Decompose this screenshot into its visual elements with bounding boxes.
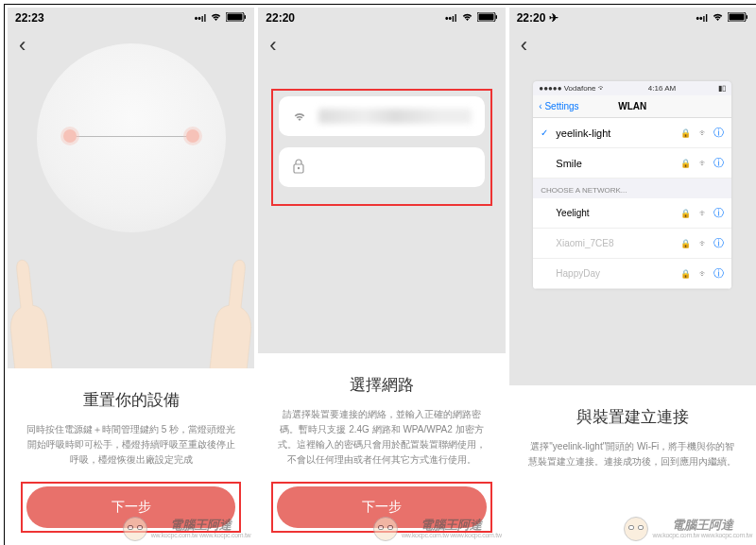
settings-back-link[interactable]: ‹ Settings bbox=[539, 101, 578, 111]
clock: 22:23 bbox=[15, 11, 44, 25]
svg-rect-4 bbox=[478, 14, 493, 21]
battery-icon bbox=[226, 12, 247, 24]
lock-icon: 🔒 bbox=[680, 159, 691, 168]
content-panel: 選擇網路 請選擇裝置要連接的網絡，並輸入正確的網路密碼。暫時只支援 2.4G 網… bbox=[258, 353, 505, 545]
page-description: 同時按住電源鍵＋時間管理鍵約 5 秒，當燈頭燈光開始呼吸時即可松手，檯燈持續呼吸… bbox=[26, 422, 235, 468]
svg-rect-2 bbox=[245, 15, 247, 19]
clock: 22:20 ✈︎ bbox=[517, 11, 558, 25]
nav-bar: ‹ bbox=[509, 28, 756, 62]
wlan-row[interactable]: HappyDay 🔒ᯤⓘ bbox=[533, 259, 731, 289]
page-description: 請選擇裝置要連接的網絡，並輸入正確的網路密碼。暫時只支援 2.4G 網路和 WP… bbox=[277, 407, 486, 468]
content-panel: 重置你的設備 同時按住電源鍵＋時間管理鍵約 5 秒，當燈頭燈光開始呼吸時即可松手… bbox=[8, 368, 254, 545]
signal-icon: ••ıl bbox=[445, 13, 457, 24]
signal-icon: ••ıl bbox=[195, 13, 207, 24]
annotation-highlight bbox=[21, 482, 241, 533]
status-icons: ••ıl bbox=[696, 12, 748, 24]
check-icon: ✓ bbox=[541, 128, 550, 138]
phone-screen-network: 22:20 ••ıl ‹ bbox=[258, 8, 505, 545]
page-title: 重置你的設備 bbox=[26, 389, 235, 411]
wlan-row-connected[interactable]: ✓ yeelink-light 🔒 ᯤ ⓘ bbox=[533, 118, 731, 148]
signal-icon: ••ıl bbox=[696, 13, 708, 24]
page-title: 與裝置建立連接 bbox=[528, 406, 737, 428]
hand-left-illustration bbox=[8, 252, 60, 380]
info-icon[interactable]: ⓘ bbox=[713, 156, 724, 170]
status-icons: ••ıl bbox=[445, 12, 498, 24]
wifi-icon bbox=[461, 12, 473, 24]
content-panel: 與裝置建立連接 選擇"yeelink-light"開頭的 Wi-Fi，將手機與你… bbox=[509, 385, 756, 545]
wifi-icon bbox=[210, 12, 222, 24]
svg-rect-1 bbox=[228, 14, 243, 21]
form-area bbox=[258, 62, 505, 353]
watermark: 電腦王阿達ww.kocpc.com.tw www.kocpc.com.tw bbox=[624, 517, 752, 541]
status-bar: 22:20 ••ıl bbox=[258, 8, 505, 28]
nav-bar: ‹ bbox=[258, 28, 505, 62]
illustration-area bbox=[8, 62, 254, 368]
back-icon[interactable]: ‹ bbox=[269, 33, 276, 58]
section-label: CHOOSE A NETWORK... bbox=[533, 179, 731, 198]
device-illustration bbox=[37, 43, 226, 232]
page-description: 選擇"yeelink-light"開頭的 Wi-Fi，將手機與你的智慧裝置建立連… bbox=[528, 439, 737, 469]
wlan-row[interactable]: Smile 🔒 ᯤ ⓘ bbox=[533, 148, 731, 179]
page-title: 選擇網路 bbox=[277, 374, 486, 396]
hand-right-illustration bbox=[202, 252, 255, 380]
wlan-preview-area: ●●●●● Vodafone ᯤ 4:16 AM ▮▯ ‹ Settings W… bbox=[509, 62, 756, 385]
annotation-highlight bbox=[271, 482, 491, 533]
wifi-icon: ᯤ bbox=[699, 159, 708, 168]
wlan-row[interactable]: Xiaomi_7CE8 🔒ᯤⓘ bbox=[533, 229, 731, 259]
svg-rect-5 bbox=[495, 15, 497, 19]
touch-indicator-left bbox=[63, 129, 77, 143]
wlan-row[interactable]: Yeelight 🔒ᯤⓘ bbox=[533, 198, 731, 229]
clock: 22:20 bbox=[266, 11, 295, 25]
status-bar: 22:23 ••ıl bbox=[8, 8, 254, 28]
annotation-highlight bbox=[271, 89, 491, 206]
wifi-icon: ᯤ bbox=[699, 128, 708, 138]
battery-icon bbox=[477, 12, 498, 24]
phone-screen-reset: 22:23 ••ıl ‹ bbox=[8, 8, 254, 545]
back-icon[interactable]: ‹ bbox=[521, 33, 527, 58]
status-icons: ••ıl bbox=[195, 12, 248, 24]
battery-icon bbox=[728, 12, 748, 24]
lock-icon: 🔒 bbox=[680, 128, 691, 138]
svg-rect-9 bbox=[729, 14, 744, 21]
phone-screen-connect: 22:20 ✈︎ ••ıl ‹ ●●●●● Vodafone ᯤ 4:16 AM… bbox=[509, 8, 756, 545]
wlan-header: ‹ Settings WLAN bbox=[533, 95, 731, 118]
wifi-icon bbox=[712, 12, 724, 24]
wlan-title: WLAN bbox=[618, 101, 646, 111]
info-icon[interactable]: ⓘ bbox=[713, 126, 724, 140]
status-bar: 22:20 ✈︎ ••ıl bbox=[509, 8, 756, 28]
wlan-settings-screenshot: ●●●●● Vodafone ᯤ 4:16 AM ▮▯ ‹ Settings W… bbox=[533, 81, 731, 289]
svg-rect-10 bbox=[746, 15, 747, 19]
inner-status-bar: ●●●●● Vodafone ᯤ 4:16 AM ▮▯ bbox=[533, 81, 731, 95]
three-screenshots-row: 22:23 ••ıl ‹ bbox=[4, 4, 756, 545]
touch-indicator-right bbox=[186, 129, 199, 143]
ssid-value-blurred bbox=[318, 109, 471, 124]
back-icon[interactable]: ‹ bbox=[19, 33, 26, 58]
